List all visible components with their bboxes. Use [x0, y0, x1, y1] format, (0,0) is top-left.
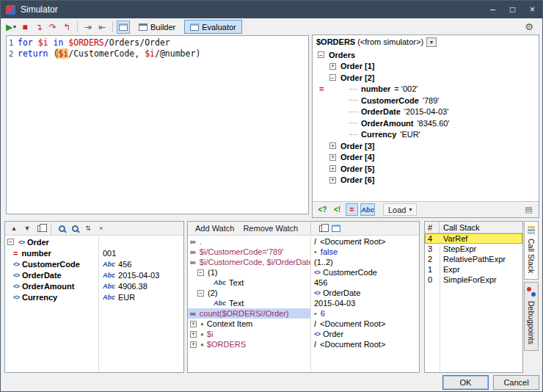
node-name: OrderDate — [361, 107, 401, 116]
load-button[interactable]: Load ▾ — [383, 203, 418, 216]
node-name: CustomerCode — [22, 260, 80, 269]
toolbar-icons: ▶▾■↴↷↰⇥⇤ — [4, 21, 130, 34]
expander-icon[interactable]: + — [329, 177, 336, 184]
show-current-icon[interactable]: ⇤ — [95, 21, 109, 34]
context-body: −<>Order=number001<>CustomerCodeAbc456<>… — [5, 236, 183, 372]
tree-row[interactable]: =number= '002' — [313, 84, 539, 95]
element-icon: <> — [13, 272, 19, 279]
window-controls: – □ × — [483, 1, 542, 18]
callstack-row[interactable]: 4VarRef — [425, 233, 522, 244]
watch-row[interactable]: +●$i<>Order — [188, 329, 419, 339]
sort-icon[interactable]: ⇅ — [82, 222, 94, 234]
watch-row[interactable]: +●$ORDERS/<Document Root> — [188, 339, 419, 349]
watch-row[interactable]: ∞$i/CustomerCode='789'•false — [188, 247, 419, 257]
clear-icon[interactable]: × — [95, 222, 107, 234]
watch-row[interactable]: −(1)<>CustomerCode — [188, 267, 419, 277]
text-toggle-icon[interactable]: Abc — [360, 203, 375, 216]
step-into-icon[interactable]: ↴ — [32, 21, 45, 34]
callstack-row[interactable]: 0SimpleForExpr — [425, 275, 522, 285]
text-icon: Abc — [214, 279, 226, 286]
tree-row[interactable]: +Order [3] — [313, 140, 539, 152]
copy-icon[interactable] — [34, 222, 46, 234]
expander-icon[interactable]: + — [329, 154, 336, 161]
goto-parent-icon[interactable]: ▲ — [8, 222, 20, 234]
tree-row[interactable]: CustomerCode'789' — [313, 95, 539, 106]
tree-row[interactable]: <>CustomerCodeAbc456 — [5, 258, 183, 269]
remove-watch-button[interactable]: Remove Watch — [239, 222, 302, 235]
tree-row[interactable]: +Order [4] — [313, 152, 539, 164]
tab-debugpoints[interactable]: Debugpoints — [524, 282, 539, 351]
cancel-button[interactable]: Cancel — [493, 375, 539, 390]
close-button[interactable]: × — [522, 1, 542, 18]
watch-row[interactable]: ∞count($ORDERS//Order)•6 — [188, 308, 419, 319]
settings-icon[interactable]: ⚙ — [522, 21, 536, 34]
watch-row[interactable]: AbcText2015-04-03 — [188, 298, 419, 308]
grid-icon[interactable] — [330, 222, 342, 234]
watch-row[interactable]: −(2)<>OrderDate — [188, 288, 419, 298]
watch-row[interactable]: AbcText456 — [188, 277, 419, 288]
start-debugger-icon[interactable]: ▶▾ — [4, 21, 18, 34]
frame-name: RelativePathExpr — [440, 255, 506, 264]
expression-editor[interactable]: 1for $i in $ORDERS/Orders/Order2return (… — [6, 35, 309, 214]
tree-row[interactable]: <>OrderDateAbc2015-04-03 — [5, 269, 183, 280]
copy-icon[interactable] — [316, 222, 328, 234]
tree-connector — [349, 134, 358, 135]
attributes-toggle-icon[interactable]: = — [346, 203, 358, 216]
chevron-down-icon[interactable]: ▼ — [426, 37, 437, 47]
tab-call-stack[interactable]: Call Stack — [524, 221, 539, 280]
step-over-icon[interactable]: ↷ — [46, 21, 59, 34]
form-icon[interactable]: ▤ — [522, 203, 535, 216]
tree-row[interactable]: −<>Order — [5, 236, 183, 247]
expression-window-icon[interactable] — [117, 21, 130, 34]
callstack-row[interactable]: 3StepExpr — [425, 244, 522, 254]
stop-debugger-icon[interactable]: ■ — [18, 21, 32, 34]
frame-number: 1 — [425, 265, 440, 274]
tree-row[interactable]: +Order [1] — [313, 61, 539, 73]
tree-row[interactable]: OrderDate'2015-04-03' — [313, 106, 539, 118]
expander-icon[interactable]: − — [318, 51, 324, 58]
tree-row[interactable]: =number001 — [5, 247, 183, 258]
ok-button[interactable]: OK — [442, 375, 489, 390]
expander-icon[interactable]: + — [329, 63, 336, 70]
tree-row[interactable]: −Order [2] — [313, 72, 539, 84]
frame-number: 3 — [425, 244, 440, 253]
builder-button[interactable]: Builder — [133, 20, 181, 34]
tree-row[interactable]: OrderAmount'8345.60' — [313, 117, 539, 129]
callstack-row[interactable]: 2RelativePathExpr — [425, 254, 522, 264]
tree-row[interactable]: +Order [5] — [313, 163, 539, 175]
step-out-icon[interactable]: ↰ — [60, 21, 73, 34]
tree-row[interactable]: +Order [6] — [313, 175, 539, 186]
add-watch-button[interactable]: Add Watch — [192, 222, 238, 235]
source-selector[interactable]: $ORDERS (<from simulator>) ▼ — [313, 35, 539, 48]
expander-icon[interactable]: − — [197, 269, 204, 276]
expander-icon[interactable]: + — [190, 321, 197, 327]
comment-toggle-icon[interactable]: <! — [331, 203, 343, 216]
tree-row[interactable]: Currency'EUR' — [313, 129, 539, 141]
expander-icon[interactable]: − — [197, 290, 204, 297]
goto-child-icon[interactable]: ▼ — [21, 222, 33, 234]
node-name: Order [5] — [340, 164, 374, 173]
watch-row[interactable]: ∞$i/CustomerCode, $i/OrderDate(1..2) — [188, 257, 419, 267]
maximize-button[interactable]: □ — [503, 1, 522, 18]
find-icon[interactable] — [56, 222, 68, 234]
expander-icon[interactable]: + — [190, 331, 197, 338]
node-name: Currency — [22, 293, 57, 302]
expander-icon[interactable]: + — [329, 165, 336, 172]
text-icon: Abc — [103, 272, 115, 279]
expander-icon[interactable]: + — [329, 142, 336, 149]
find-next-icon[interactable] — [69, 222, 81, 234]
expander-icon[interactable]: + — [190, 341, 197, 348]
tree-row[interactable]: −Orders — [313, 49, 539, 61]
pi-toggle-icon[interactable]: <? — [316, 203, 329, 216]
evaluator-button[interactable]: Evaluator — [184, 20, 241, 34]
frame-number: 2 — [425, 255, 440, 264]
minimize-button[interactable]: – — [483, 1, 503, 18]
tree-row[interactable]: <>OrderAmountAbc4906.38 — [5, 280, 183, 291]
run-to-cursor-icon[interactable]: ⇥ — [81, 21, 95, 34]
watch-row[interactable]: +●Context Item/<Document Root> — [188, 319, 419, 329]
callstack-row[interactable]: 1Expr — [425, 264, 522, 275]
watch-row[interactable]: ∞./<Document Root> — [188, 236, 419, 247]
tree-row[interactable]: <>CurrencyAbcEUR — [5, 291, 183, 302]
expander-icon[interactable]: − — [329, 74, 336, 81]
expander-icon[interactable]: − — [7, 239, 14, 245]
